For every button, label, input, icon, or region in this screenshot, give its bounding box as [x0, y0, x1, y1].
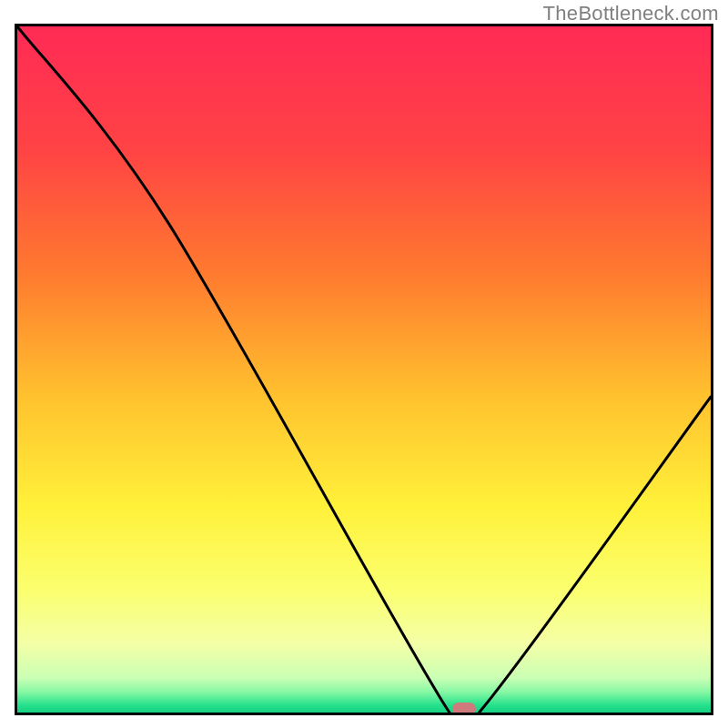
plot-background: [17, 26, 711, 713]
chart-stage: TheBottleneck.com: [0, 0, 728, 728]
plot-frame: [15, 24, 713, 715]
plot-svg: [17, 26, 711, 713]
optimal-marker: [452, 703, 476, 715]
watermark-text: TheBottleneck.com: [543, 2, 719, 25]
